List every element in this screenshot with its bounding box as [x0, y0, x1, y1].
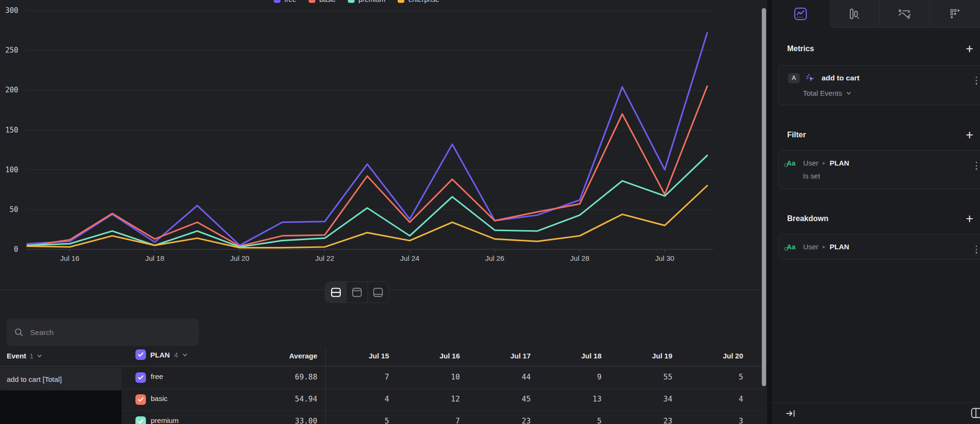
filter-card[interactable]: Aa User ▸ PLAN Is set	[778, 150, 980, 189]
plan-select-all-checkbox[interactable]	[135, 349, 146, 360]
split-rows-icon	[331, 288, 341, 297]
line-chart: 050100150200250300Jul 16Jul 18Jul 20Jul …	[0, 0, 766, 268]
filter-entity: User	[803, 159, 819, 167]
row-value: 10	[393, 373, 460, 381]
row-value: 12	[393, 395, 460, 403]
x-axis-label: Jul 18	[145, 254, 164, 262]
tab-flow[interactable]	[879, 0, 929, 27]
add-metric-button[interactable]: +	[964, 44, 975, 54]
table-row-premium: premium33.0057235233	[122, 411, 766, 424]
row-value: 9	[535, 373, 601, 381]
search-icon	[14, 328, 23, 337]
view-toggle-footer-bottom[interactable]	[368, 282, 389, 302]
metric-letter-badge: A	[788, 73, 800, 83]
row-value: 7	[322, 373, 389, 381]
x-axis-label: Jul 30	[655, 254, 674, 262]
filter-condition[interactable]: Is set	[779, 167, 980, 189]
table-row-basic: basic54.944124513344	[122, 389, 766, 411]
x-axis-label: Jul 28	[570, 254, 590, 262]
row-value: 13	[535, 395, 601, 403]
legend-item-free[interactable]: free	[274, 0, 296, 3]
legend-swatch	[398, 0, 404, 3]
config-panel: Metrics + A add to cart Total Events Fil…	[772, 0, 980, 424]
plan-column-header[interactable]: PLAN 4	[135, 349, 188, 360]
y-axis-label: 150	[5, 126, 18, 134]
view-toggle-header-top[interactable]	[346, 282, 367, 302]
breakdown-options-kebab[interactable]	[974, 244, 979, 255]
tab-more-charts[interactable]	[930, 0, 980, 27]
event-row-label[interactable]: add to cart [Total]	[0, 368, 122, 390]
metrics-section-header: Metrics +	[772, 44, 980, 54]
row-value: 5	[676, 373, 743, 381]
y-axis-label: 250	[5, 46, 18, 55]
chevron-down-icon	[182, 353, 188, 357]
y-axis-label: 200	[5, 86, 18, 94]
free-checkbox[interactable]	[135, 372, 146, 383]
add-breakdown-button[interactable]: +	[964, 214, 975, 223]
date-column-header: Jul 17	[464, 352, 531, 360]
date-column-header: Jul 20	[676, 352, 743, 360]
date-column-header: Jul 19	[605, 352, 672, 360]
chevron-down-icon	[846, 91, 851, 95]
search-box[interactable]	[7, 319, 199, 346]
text-property-icon: Aa	[787, 159, 796, 167]
filter-property: PLAN	[830, 159, 849, 167]
plan-count: 4	[174, 351, 178, 359]
row-value: 23	[464, 417, 531, 424]
premium-checkbox[interactable]	[135, 416, 146, 424]
event-column-header[interactable]: Event 1	[7, 352, 42, 360]
row-label: premium	[151, 416, 178, 424]
metric-measure-dropdown[interactable]: Total Events	[779, 83, 980, 105]
filter-options-kebab[interactable]	[974, 160, 979, 171]
legend-item-basic[interactable]: basic	[309, 0, 335, 3]
row-value: 5	[535, 417, 601, 424]
legend-swatch	[348, 0, 355, 3]
legend-item-enterprise[interactable]: enterprise	[398, 0, 439, 3]
flow-icon	[897, 8, 912, 20]
vertical-scrollbar[interactable]	[762, 8, 766, 386]
collapse-panel-button[interactable]	[785, 409, 796, 418]
bar-chart-icon	[848, 8, 860, 20]
row-value: 7	[393, 417, 460, 424]
footer-bottom-icon	[373, 288, 383, 297]
table-left-gutter	[0, 391, 122, 424]
legend-label: free	[284, 0, 296, 3]
metrics-title: Metrics	[787, 45, 814, 53]
breakdown-section-header: Breakdown +	[772, 214, 980, 223]
legend-swatch	[309, 0, 315, 3]
metric-options-kebab[interactable]	[974, 75, 979, 86]
legend-swatch	[274, 0, 280, 3]
breakdown-card[interactable]: Aa User ▸ PLAN	[778, 234, 980, 259]
tab-bar-chart[interactable]	[829, 0, 879, 27]
y-axis-label: 100	[5, 166, 18, 174]
row-value: 3	[676, 417, 743, 424]
add-filter-button[interactable]: +	[964, 130, 975, 140]
columns-layout-button[interactable]	[971, 408, 980, 418]
metric-card[interactable]: A add to cart Total Events	[778, 65, 980, 105]
row-value: 5	[322, 417, 389, 424]
filter-title: Filter	[787, 131, 806, 139]
panel-tabs	[772, 0, 980, 28]
table-row-free: free69.88710449555	[122, 367, 766, 389]
y-axis-label: 0	[14, 245, 18, 254]
basic-checkbox[interactable]	[135, 394, 146, 405]
arrow-to-right-icon	[785, 409, 796, 418]
caret-right-icon: ▸	[823, 244, 825, 250]
legend-item-premium[interactable]: premium	[348, 0, 385, 3]
date-column-header: Jul 15	[322, 352, 389, 360]
row-value: 4	[322, 395, 389, 403]
event-header-label: Event	[7, 352, 26, 360]
metric-event-name: add to cart	[822, 74, 859, 82]
row-label: free	[151, 372, 163, 380]
panel-tab-group	[829, 0, 980, 28]
header-top-icon	[352, 288, 362, 297]
table-header: Event 1 PLAN 4 Average Jul 15Jul 16Jul 1…	[0, 348, 766, 366]
panel-bottom-bar	[772, 402, 980, 424]
search-input[interactable]	[29, 328, 191, 337]
tab-line-chart[interactable]	[772, 0, 829, 28]
y-axis-label: 300	[5, 6, 18, 15]
x-axis-label: Jul 24	[400, 254, 419, 262]
row-value: 34	[605, 395, 672, 403]
x-axis-label: Jul 26	[485, 254, 504, 262]
view-toggle-split-rows[interactable]	[325, 282, 346, 302]
